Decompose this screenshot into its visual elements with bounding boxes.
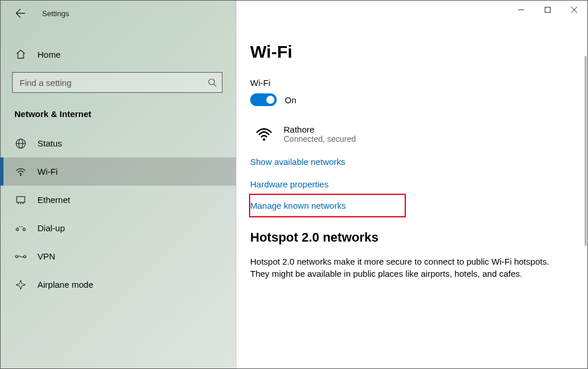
sidebar-home-label: Home xyxy=(37,50,61,59)
search-wrap xyxy=(12,72,224,93)
minimize-button[interactable] xyxy=(508,1,534,19)
svg-rect-15 xyxy=(545,7,551,13)
sidebar-nav: Status Wi-Fi Eth xyxy=(1,129,236,299)
sidebar-item-wifi[interactable]: Wi-Fi xyxy=(1,157,236,186)
titlebar-left: Settings xyxy=(1,1,236,26)
sidebar-home[interactable]: Home xyxy=(1,42,236,66)
sidebar-item-vpn[interactable]: VPN xyxy=(1,242,236,270)
search-icon xyxy=(207,77,217,88)
search-input[interactable] xyxy=(13,73,222,92)
sidebar-item-label: Ethernet xyxy=(37,195,70,205)
svg-point-12 xyxy=(16,255,18,258)
wifi-toggle-state: On xyxy=(285,95,296,105)
globe-icon xyxy=(14,137,27,150)
sidebar: Settings Home Network & Internet xyxy=(1,1,236,368)
svg-line-1 xyxy=(214,84,216,86)
svg-point-11 xyxy=(23,228,25,231)
minimize-icon xyxy=(518,6,525,13)
svg-point-5 xyxy=(20,174,21,175)
back-arrow-icon xyxy=(15,8,25,18)
link-hardware-properties[interactable]: Hardware properties xyxy=(250,179,329,189)
main-panel: Wi-Fi Wi-Fi On Rathore Connected, secure… xyxy=(236,1,587,368)
wifi-icon xyxy=(14,165,27,178)
svg-rect-6 xyxy=(17,197,25,202)
sidebar-item-dialup[interactable]: Dial-up xyxy=(1,214,236,242)
window-title: Settings xyxy=(42,9,69,18)
link-show-available[interactable]: Show available networks xyxy=(250,157,345,167)
dialup-icon xyxy=(14,222,27,235)
sidebar-item-label: VPN xyxy=(37,251,55,261)
scrollbar[interactable] xyxy=(584,56,587,362)
highlight-box: Manage known networks xyxy=(249,194,406,217)
maximize-button[interactable] xyxy=(534,1,561,19)
current-network[interactable]: Rathore Connected, secured xyxy=(250,120,574,155)
link-manage-known[interactable]: Manage known networks xyxy=(250,201,346,210)
close-button[interactable] xyxy=(561,1,587,19)
network-name: Rathore xyxy=(284,125,356,134)
network-text: Rathore Connected, secured xyxy=(284,125,356,144)
content: Wi-Fi Wi-Fi On Rathore Connected, secure… xyxy=(236,25,587,368)
ethernet-icon xyxy=(14,194,27,206)
sidebar-item-ethernet[interactable]: Ethernet xyxy=(1,186,236,214)
page-title: Wi-Fi xyxy=(250,42,574,62)
sidebar-category: Network & Internet xyxy=(14,109,236,119)
wifi-signal-icon xyxy=(254,123,274,144)
scrollbar-thumb[interactable] xyxy=(585,56,587,246)
back-button[interactable] xyxy=(12,5,28,21)
sidebar-item-label: Dial-up xyxy=(37,223,65,233)
svg-point-18 xyxy=(263,138,265,141)
close-icon xyxy=(571,6,578,13)
wifi-toggle[interactable] xyxy=(250,93,277,106)
hotspot-heading: Hotspot 2.0 networks xyxy=(250,230,574,245)
maximize-icon xyxy=(544,6,551,13)
svg-point-10 xyxy=(16,228,18,231)
search-box[interactable] xyxy=(12,72,223,93)
svg-point-0 xyxy=(209,79,214,85)
sidebar-item-airplane[interactable]: Airplane mode xyxy=(1,270,236,299)
network-status: Connected, secured xyxy=(284,134,356,144)
sidebar-item-status[interactable]: Status xyxy=(1,129,236,157)
sidebar-item-label: Wi-Fi xyxy=(37,167,58,176)
sidebar-item-label: Airplane mode xyxy=(37,280,93,289)
vpn-icon xyxy=(14,250,27,263)
svg-point-13 xyxy=(24,255,26,258)
wifi-toggle-row: On xyxy=(250,93,574,106)
sidebar-item-label: Status xyxy=(37,138,62,148)
airplane-icon xyxy=(14,278,27,291)
titlebar-right xyxy=(236,1,587,25)
wifi-label: Wi-Fi xyxy=(250,78,574,88)
home-icon xyxy=(14,48,27,61)
hotspot-body: Hotspot 2.0 networks make it more secure… xyxy=(250,255,561,280)
